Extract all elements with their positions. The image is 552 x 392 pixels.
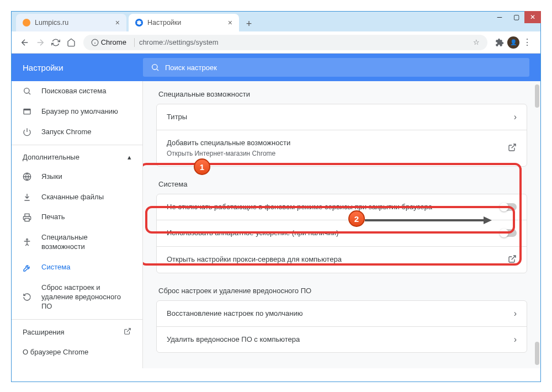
home-button[interactable] [63, 35, 79, 50]
tab-title: Настройки [147, 19, 181, 27]
row-proxy-settings[interactable]: Открыть настройки прокси-сервера для ком… [157, 246, 527, 273]
tab-settings[interactable]: Настройки × [129, 14, 239, 31]
sidebar-label: Запуск Chrome [41, 128, 131, 137]
tab-lumpics[interactable]: Lumpics.ru × [16, 14, 126, 31]
sidebar-label: Языки [41, 172, 131, 182]
external-link-icon [508, 143, 517, 153]
settings-search[interactable]: Поиск настроек [143, 58, 529, 77]
print-icon [23, 213, 33, 222]
section-system-title: Система [156, 171, 527, 194]
chevron-right-icon: › [514, 112, 517, 122]
power-icon [23, 128, 33, 136]
scrollbar-thumb[interactable] [535, 84, 539, 108]
search-icon [151, 63, 160, 72]
annotation-badge-2: 2 [348, 210, 365, 227]
chevron-right-icon: › [514, 335, 517, 345]
tab-strip: Lumpics.ru × Настройки × + [12, 12, 540, 31]
download-icon [23, 193, 33, 202]
sidebar-item-default-browser[interactable]: Браузер по умолчанию [12, 102, 142, 122]
svg-rect-7 [25, 218, 29, 221]
settings-header: Настройки Поиск настроек [12, 54, 540, 81]
tab-close-icon[interactable]: × [115, 18, 120, 27]
tab-favicon [23, 19, 30, 27]
row-label: Не отключать работающие в фоновом режиме… [167, 202, 500, 212]
row-sublabel: Открыть Интернет-магазин Chrome [167, 149, 508, 158]
row-add-accessibility[interactable]: Добавить специальные возможности Открыть… [157, 130, 527, 166]
section-reset-title: Сброс настроек и удаление вредоносного П… [156, 278, 527, 300]
star-icon[interactable]: ☆ [473, 38, 480, 46]
menu-button[interactable]: ⋮ [519, 35, 535, 50]
sidebar-extensions[interactable]: Расширения [12, 322, 142, 342]
sidebar-about[interactable]: О браузере Chrome [12, 342, 142, 362]
sidebar-item-downloads[interactable]: Скачанные файлы [12, 187, 142, 208]
chevron-up-icon: ▴ [128, 153, 131, 161]
new-tab-button[interactable]: + [241, 16, 257, 31]
row-restore-defaults[interactable]: Восстановление настроек по умолчанию › [157, 301, 527, 326]
reset-card: Восстановление настроек по умолчанию › У… [156, 300, 527, 353]
sidebar-item-printing[interactable]: Печать [12, 207, 142, 227]
sidebar-item-system[interactable]: Система [12, 257, 142, 278]
sidebar-label: Система [41, 263, 131, 272]
settings-page: Специальные возможности Титры › Добавить… [143, 81, 540, 368]
sidebar-item-accessibility[interactable]: Специальные возможности [12, 227, 142, 257]
back-button[interactable] [17, 35, 33, 50]
browser-window: ─ ▢ ✕ Lumpics.ru × Настройки × + [11, 11, 541, 382]
sidebar-item-search-engine[interactable]: Поисковая система [12, 81, 142, 102]
forward-button[interactable] [33, 35, 48, 50]
url-prefix: Chrome [101, 38, 126, 46]
sidebar-label: Сброс настроек и удаление вредоносного П… [41, 283, 131, 311]
accessibility-card: Титры › Добавить специальные возможности… [156, 104, 527, 167]
sidebar-item-reset[interactable]: Сброс настроек и удаление вредоносного П… [12, 278, 142, 317]
tab-title: Lumpics.ru [35, 19, 68, 27]
row-label: Восстановление настроек по умолчанию [167, 309, 514, 319]
reload-button[interactable] [48, 35, 63, 50]
tab-close-icon[interactable]: × [228, 18, 232, 27]
svg-point-2 [152, 65, 157, 70]
external-link-icon [508, 255, 517, 265]
row-label: Добавить специальные возможности [167, 138, 508, 148]
system-card: Не отключать работающие в фоновом режиме… [156, 194, 527, 273]
annotation-arrow [365, 216, 492, 225]
row-captions[interactable]: Титры › [157, 104, 527, 130]
row-label: Использовать аппаратное ускорение (при н… [167, 228, 500, 238]
reset-icon [23, 293, 33, 301]
svg-rect-5 [24, 109, 30, 111]
advanced-label: Дополнительные [23, 153, 79, 161]
toolbar: Chrome chrome://settings/system ☆ 👤 ⋮ [12, 31, 540, 54]
address-bar[interactable]: Chrome chrome://settings/system ☆ [83, 35, 487, 50]
profile-avatar[interactable]: 👤 [507, 36, 519, 49]
url-text: chrome://settings/system [139, 38, 219, 46]
sidebar-label: Поисковая система [41, 87, 131, 96]
scrollbar-thumb[interactable] [535, 342, 539, 365]
toggle-switch[interactable] [500, 229, 517, 237]
sidebar-advanced-toggle[interactable]: Дополнительные ▴ [12, 147, 142, 167]
browser-icon [23, 107, 33, 116]
tab-favicon [135, 19, 143, 27]
sidebar-label: Специальные возможности [41, 233, 131, 252]
annotation-badge-1: 1 [194, 158, 210, 175]
search-icon [23, 87, 33, 96]
svg-marker-10 [484, 216, 492, 224]
settings-title: Настройки [12, 63, 143, 72]
accessibility-icon [23, 238, 33, 247]
row-label: Титры [167, 112, 514, 122]
sidebar-label: Скачанные файлы [41, 193, 131, 202]
close-button[interactable]: ✕ [524, 11, 541, 23]
site-info-icon[interactable]: Chrome [91, 38, 126, 46]
extensions-icon[interactable] [492, 35, 507, 50]
main-area: Настройки Поиск настроек Поисковая систе… [12, 54, 540, 368]
sidebar-label: Браузер по умолчанию [41, 107, 131, 116]
toggle-switch[interactable] [500, 203, 517, 211]
sidebar-item-on-startup[interactable]: Запуск Chrome [12, 122, 142, 142]
section-accessibility-title: Специальные возможности [156, 81, 527, 104]
svg-point-8 [26, 239, 28, 241]
settings-sidebar: Поисковая система Браузер по умолчанию З… [12, 81, 143, 368]
row-label: Удалить вредоносное ПО с компьютера [167, 335, 514, 345]
chevron-right-icon: › [514, 309, 517, 319]
sidebar-label: Печать [41, 213, 131, 222]
row-cleanup[interactable]: Удалить вредоносное ПО с компьютера › [157, 326, 527, 352]
search-placeholder: Поиск настроек [165, 63, 217, 72]
sidebar-item-languages[interactable]: Языки [12, 167, 142, 187]
maximize-button[interactable]: ▢ [508, 11, 524, 23]
minimize-button[interactable]: ─ [491, 11, 508, 23]
